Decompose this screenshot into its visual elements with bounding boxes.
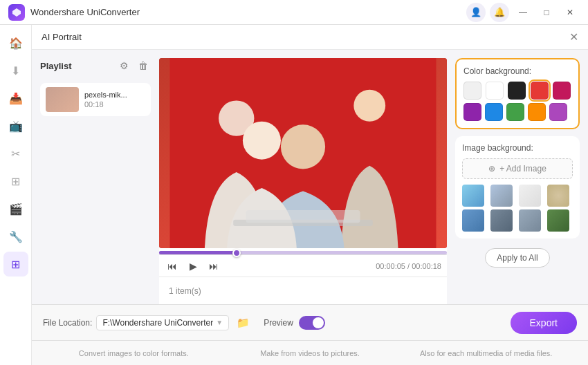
color-background-section: Color background: <box>455 58 580 129</box>
items-count: 1 item(s) <box>169 286 201 296</box>
bottom-bar: 1 item(s) <box>159 277 447 304</box>
sidebar-item-film[interactable]: 🎬 <box>3 196 28 221</box>
image-thumb-gray[interactable] <box>519 209 541 232</box>
export-button[interactable]: Export <box>511 312 577 334</box>
playlist-item-duration: 00:18 <box>84 100 145 109</box>
playlist-action-icons: ⚙ 🗑 <box>116 58 151 73</box>
svg-marker-0 <box>12 8 21 17</box>
color-swatch-dark-pink[interactable] <box>553 82 571 100</box>
app-title: Wondershare UniConverter <box>30 7 466 17</box>
main-progress-bar[interactable] <box>159 251 447 254</box>
color-swatch-blue[interactable] <box>485 103 503 121</box>
toggle-knob <box>313 317 324 328</box>
preview-toggle-switch[interactable] <box>299 316 325 330</box>
footer-strip-text-3: Also for each multimedia of media files. <box>398 349 574 357</box>
next-button[interactable]: ⏭ <box>206 259 221 274</box>
file-location: File Location: F:\Wondershare UniConvert… <box>43 313 252 333</box>
sidebar-item-screen[interactable]: 📺 <box>3 113 28 138</box>
playlist-delete-icon[interactable]: 🗑 <box>136 58 151 73</box>
image-thumb-light[interactable] <box>519 185 541 207</box>
title-bar: Wondershare UniConverter 👤 🔔 — □ ✕ <box>0 0 588 25</box>
image-thumb-sky[interactable] <box>462 185 484 207</box>
footer: File Location: F:\Wondershare UniConvert… <box>32 304 588 340</box>
total-time: 00:00:18 <box>412 262 441 270</box>
add-image-label: + Add Image <box>499 164 546 174</box>
color-swatch-black[interactable] <box>508 82 526 100</box>
image-thumbnails-grid <box>462 185 573 232</box>
color-swatch-purple[interactable] <box>463 103 481 121</box>
image-thumb-clouds[interactable] <box>490 185 513 207</box>
playlist-item[interactable]: pexels-mik... 00:18 <box>40 83 151 116</box>
video-container <box>159 58 447 248</box>
image-thumb-ocean[interactable] <box>462 209 484 232</box>
svg-point-3 <box>353 90 385 122</box>
titlebar-controls: 👤 🔔 — □ ✕ <box>466 3 580 22</box>
left-panel: Playlist ⚙ 🗑 pexels-mik... 00:18 <box>40 58 151 304</box>
progress-thumb <box>232 249 241 257</box>
apply-btn-container: Apply to All <box>455 248 580 268</box>
right-panel: Color background: <box>455 58 580 304</box>
ai-portrait-close-button[interactable]: ✕ <box>566 30 581 45</box>
playlist-settings-icon[interactable]: ⚙ <box>116 58 131 73</box>
sidebar-item-tools[interactable]: 🔧 <box>3 224 28 249</box>
notification-icon[interactable]: 🔔 <box>490 3 509 22</box>
playlist-item-info: pexels-mik... 00:18 <box>84 91 145 109</box>
top-bar: AI Portrait ✕ <box>32 25 588 50</box>
video-preview: ⏮ ▶ ⏭ 00:00:05 / 00:00:18 1 item(s) <box>159 58 447 304</box>
color-swatch-orange[interactable] <box>528 103 546 121</box>
minimize-button[interactable]: — <box>513 3 533 22</box>
apply-to-all-button[interactable]: Apply to All <box>485 248 549 268</box>
file-path-value: F:\Wondershare UniConverter <box>102 318 213 328</box>
video-people-svg <box>159 58 447 248</box>
file-path-input[interactable]: F:\Wondershare UniConverter ▼ <box>96 315 229 330</box>
image-thumb-sand[interactable] <box>547 185 569 207</box>
preview-toggle: Preview <box>264 316 325 330</box>
color-grid-row2 <box>463 103 571 121</box>
sidebar: 🏠 ⬇ 📥 📺 ✂ ⊞ 🎬 🔧 ⊞ <box>0 25 32 365</box>
preview-label: Preview <box>264 318 293 328</box>
sidebar-item-cut[interactable]: ✂ <box>3 141 28 166</box>
playlist-header: Playlist ⚙ 🗑 <box>40 58 151 73</box>
svg-rect-7 <box>246 210 360 223</box>
color-swatch-green[interactable] <box>506 103 524 121</box>
sidebar-item-download[interactable]: ⬇ <box>3 58 28 83</box>
maximize-button[interactable]: □ <box>537 3 556 22</box>
color-bg-label: Color background: <box>463 66 571 76</box>
main-layout: 🏠 ⬇ 📥 📺 ✂ ⊞ 🎬 🔧 ⊞ AI Portrait ✕ Playlist… <box>0 25 588 365</box>
sidebar-item-grid[interactable]: ⊞ <box>3 169 28 194</box>
folder-browse-button[interactable]: 📁 <box>233 313 252 333</box>
user-icon[interactable]: 👤 <box>466 3 486 22</box>
prev-button[interactable]: ⏮ <box>165 259 180 274</box>
sidebar-item-import[interactable]: 📥 <box>3 86 28 111</box>
image-background-section: Image background: ⊕ + Add Image <box>455 136 580 238</box>
sidebar-item-home[interactable]: 🏠 <box>3 30 28 55</box>
color-swatch-light-gray[interactable] <box>463 82 481 100</box>
content-area: AI Portrait ✕ Playlist ⚙ 🗑 <box>32 25 588 365</box>
svg-point-4 <box>281 124 325 169</box>
image-thumb-forest[interactable] <box>547 209 569 232</box>
app-logo <box>8 4 25 21</box>
playlist-thumbnail <box>46 87 79 112</box>
color-grid-row1 <box>463 82 571 100</box>
video-background <box>159 58 447 248</box>
video-controls: ⏮ ▶ ⏭ 00:00:05 / 00:00:18 <box>159 254 447 277</box>
close-button[interactable]: ✕ <box>560 3 580 22</box>
play-button[interactable]: ▶ <box>185 259 201 274</box>
add-icon: ⊕ <box>488 164 495 174</box>
color-swatch-light-purple[interactable] <box>549 103 567 121</box>
file-location-label: File Location: <box>43 318 92 328</box>
color-swatch-red[interactable] <box>531 82 549 100</box>
footer-strip: Convert images to color formats. Make fr… <box>32 340 588 365</box>
color-swatch-white[interactable] <box>486 82 504 100</box>
footer-strip-text-2: Make from videos to pictures. <box>222 349 398 357</box>
thumbnail-image <box>46 87 79 112</box>
sidebar-item-apps[interactable]: ⊞ <box>3 252 28 277</box>
add-image-button[interactable]: ⊕ + Add Image <box>462 158 573 179</box>
inner-content: Playlist ⚙ 🗑 pexels-mik... 00:18 <box>32 50 588 304</box>
playlist-item-name: pexels-mik... <box>84 91 145 99</box>
footer-strip-text-1: Convert images to color formats. <box>46 349 222 357</box>
image-thumb-dark[interactable] <box>490 209 513 232</box>
main-progress-container[interactable] <box>159 248 447 254</box>
time-display: 00:00:05 / 00:00:18 <box>376 262 441 270</box>
ai-portrait-label: AI Portrait <box>42 32 82 42</box>
